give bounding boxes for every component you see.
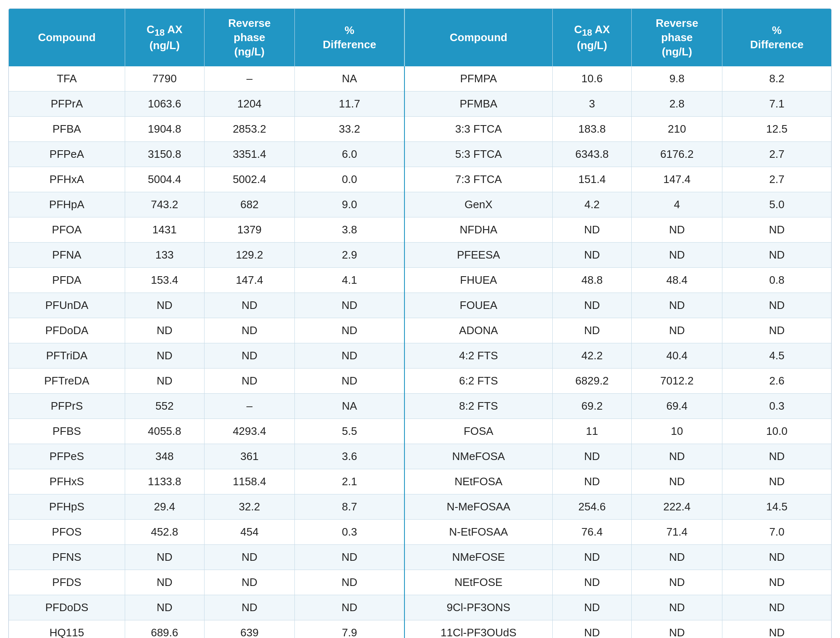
cell-c18-right: 3 [552,92,632,117]
cell-pct-left: 7.9 [295,620,404,638]
cell-compound-right: NMeFOSA [404,444,552,469]
cell-c18-left: 743.2 [125,192,204,217]
table-row: PFTreDANDNDND6:2 FTS6829.27012.22.6 [9,369,831,394]
cell-c18-left: ND [125,293,204,318]
cell-pct-left: 8.7 [295,494,404,520]
cell-c18-left: 133 [125,243,204,268]
cell-compound-right: 6:2 FTS [404,369,552,394]
cell-pct-left: NA [295,394,404,419]
cell-rp-left: ND [204,369,295,394]
table-row: PFDoDSNDNDND9Cl-PF3ONSNDNDND [9,595,831,620]
cell-pct-right: 10.0 [722,419,831,444]
cell-rp-right: ND [632,469,722,494]
cell-rp-right: 210 [632,117,722,142]
table-row: PFHxA5004.45002.40.07:3 FTCA151.4147.42.… [9,167,831,192]
cell-rp-left: ND [204,343,295,369]
table-row: PFNSNDNDNDNMeFOSENDNDND [9,545,831,570]
cell-pct-right: ND [722,444,831,469]
cell-c18-right: ND [552,217,632,243]
cell-compound-right: 9Cl-PF3ONS [404,595,552,620]
header-compound-left: Compound [9,9,125,66]
table-row: HQ115689.66397.911Cl-PF3OUdSNDNDND [9,620,831,638]
cell-rp-left: – [204,394,295,419]
cell-rp-left: 1158.4 [204,469,295,494]
cell-rp-left: – [204,66,295,92]
cell-c18-left: 3150.8 [125,142,204,167]
cell-c18-left: 1431 [125,217,204,243]
cell-rp-right: 147.4 [632,167,722,192]
cell-compound-left: PFHxS [9,469,125,494]
cell-compound-right: 7:3 FTCA [404,167,552,192]
cell-c18-left: 689.6 [125,620,204,638]
cell-c18-left: 1063.6 [125,92,204,117]
table-row: PFHpS29.432.28.7N-MeFOSAA254.6222.414.5 [9,494,831,520]
table-row: PFPrA1063.6120411.7PFMBA32.87.1 [9,92,831,117]
cell-c18-right: ND [552,293,632,318]
cell-rp-right: ND [632,545,722,570]
cell-c18-left: ND [125,369,204,394]
cell-rp-right: 69.4 [632,394,722,419]
cell-pct-right: 0.3 [722,394,831,419]
cell-compound-right: NMeFOSE [404,545,552,570]
cell-compound-left: PFBS [9,419,125,444]
cell-c18-left: 452.8 [125,520,204,545]
cell-c18-left: 153.4 [125,268,204,293]
cell-rp-right: ND [632,595,722,620]
cell-pct-right: 7.1 [722,92,831,117]
cell-rp-left: ND [204,595,295,620]
cell-rp-left: 682 [204,192,295,217]
cell-compound-right: GenX [404,192,552,217]
cell-compound-right: FOSA [404,419,552,444]
table-row: PFDA153.4147.44.1FHUEA48.848.40.8 [9,268,831,293]
cell-compound-right: PFEESA [404,243,552,268]
cell-pct-left: 2.1 [295,469,404,494]
cell-c18-left: 1904.8 [125,117,204,142]
header-compound-right: Compound [404,9,552,66]
cell-compound-right: N-EtFOSAA [404,520,552,545]
cell-pct-left: 3.6 [295,444,404,469]
cell-pct-right: 2.7 [722,167,831,192]
table-row: PFOS452.84540.3N-EtFOSAA76.471.47.0 [9,520,831,545]
cell-c18-right: ND [552,595,632,620]
table-row: PFOA143113793.8NFDHANDNDND [9,217,831,243]
cell-c18-left: 348 [125,444,204,469]
cell-pct-left: ND [295,293,404,318]
table-row: PFTriDANDNDND4:2 FTS42.240.44.5 [9,343,831,369]
cell-c18-right: 11 [552,419,632,444]
cell-rp-right: 222.4 [632,494,722,520]
cell-pct-left: ND [295,343,404,369]
cell-c18-left: 29.4 [125,494,204,520]
cell-c18-right: 10.6 [552,66,632,92]
table-row: PFDSNDNDNDNEtFOSENDNDND [9,570,831,595]
cell-compound-left: PFNA [9,243,125,268]
cell-pct-right: ND [722,469,831,494]
cell-compound-left: PFHpA [9,192,125,217]
header-rp-right: Reversephase(ng/L) [632,9,722,66]
table-row: PFDoDANDNDNDADONANDNDND [9,318,831,343]
cell-rp-left: 1379 [204,217,295,243]
cell-pct-right: 5.0 [722,192,831,217]
cell-c18-right: 48.8 [552,268,632,293]
cell-rp-right: 4 [632,192,722,217]
cell-rp-left: 147.4 [204,268,295,293]
cell-compound-left: PFOA [9,217,125,243]
cell-compound-left: PFTriDA [9,343,125,369]
cell-rp-right: ND [632,243,722,268]
cell-c18-left: ND [125,545,204,570]
cell-pct-right: ND [722,217,831,243]
cell-compound-left: PFDS [9,570,125,595]
cell-compound-right: 11Cl-PF3OUdS [404,620,552,638]
cell-compound-left: PFHpS [9,494,125,520]
cell-rp-left: 129.2 [204,243,295,268]
cell-compound-left: PFDoDS [9,595,125,620]
cell-c18-right: 254.6 [552,494,632,520]
cell-c18-left: 552 [125,394,204,419]
cell-rp-right: 2.8 [632,92,722,117]
cell-pct-left: ND [295,369,404,394]
cell-compound-left: PFBA [9,117,125,142]
cell-compound-left: PFHxA [9,167,125,192]
cell-rp-left: ND [204,293,295,318]
cell-rp-right: ND [632,217,722,243]
cell-rp-right: ND [632,570,722,595]
cell-c18-left: 7790 [125,66,204,92]
